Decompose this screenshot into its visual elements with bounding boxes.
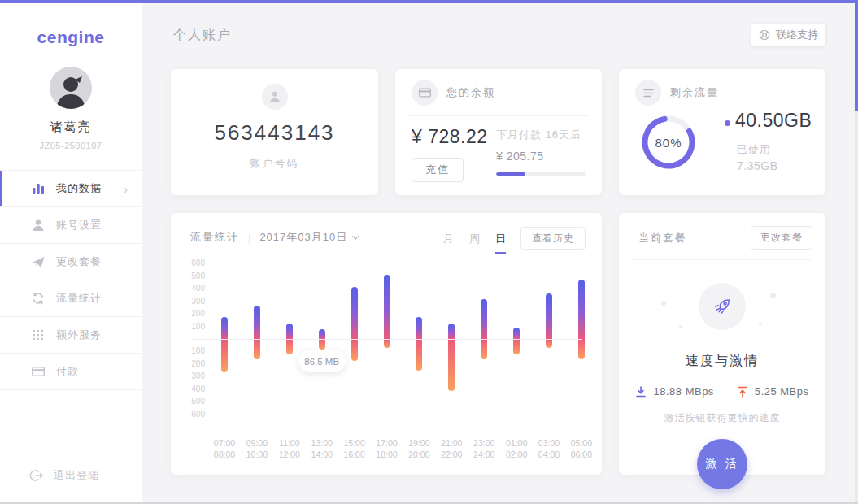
sidebar-item-traffic-stats[interactable]: 流量统计 (0, 280, 142, 317)
chart-bar-up[interactable] (546, 293, 552, 339)
data-remaining-value: 40.50GB (735, 110, 812, 132)
sidebar-item-account-settings[interactable]: 账号设置 (0, 207, 142, 244)
scrollbar-track[interactable] (855, 3, 858, 502)
payment-progress-bar (496, 172, 586, 176)
traffic-chart-card: 流量统计 | 2017年03月10日 月周日 查看历史 86.5 MB 6006… (171, 213, 602, 475)
data-used-label: 已使用 (737, 142, 771, 157)
recharge-button[interactable]: 充值 (412, 158, 464, 182)
chart-bar-down[interactable] (578, 339, 585, 359)
chart-bar-down[interactable] (546, 339, 552, 348)
download-speed: 18.88 MBps (635, 385, 713, 398)
y-axis-tick-upper: 400 (177, 285, 205, 293)
x-axis-label: 15:0016:00 (337, 437, 372, 460)
y-axis-tick-upper: 600 (177, 259, 205, 267)
remaining-data-title: 剩余流量 (670, 85, 719, 100)
upload-speed-value: 5.25 MBps (755, 385, 809, 398)
chart-bar-up[interactable] (481, 299, 487, 339)
paper-plane-icon (31, 254, 46, 269)
y-axis-tick-lower: 300 (177, 372, 205, 380)
chart-bar-up[interactable] (384, 275, 390, 339)
x-axis-label: 19:0020:00 (401, 437, 437, 460)
app-logo: cengine (0, 28, 142, 47)
chart-bar-up[interactable] (221, 317, 228, 339)
sidebar-item-payment[interactable]: 付款 (0, 354, 142, 390)
chart-bar-up[interactable] (513, 328, 520, 339)
list-lines-icon (635, 80, 661, 106)
scrollbar-thumb[interactable] (855, 3, 858, 111)
data-used-value: 7.35GB (737, 159, 777, 172)
sidebar-item-extra-services[interactable]: 额外服务 (0, 317, 142, 354)
plan-divider (632, 259, 812, 260)
chart-bar-down[interactable] (254, 339, 260, 359)
sidebar-item-label: 更改套餐 (56, 254, 102, 269)
avatar[interactable] (50, 67, 92, 109)
sidebar: cengine 诸葛亮 JZ05-2500107 我的数据 › (0, 3, 142, 502)
chart-plot: 86.5 MB 60060050050040040030030020020010… (171, 213, 602, 475)
chart-bar-down[interactable] (286, 339, 293, 354)
chart-bar-up[interactable] (416, 317, 422, 339)
chart-bar-up[interactable] (351, 287, 358, 339)
y-axis-tick-lower: 500 (177, 398, 205, 406)
account-number-card: 563443143 账户号码 (171, 69, 378, 195)
x-axis-label: 21:0022:00 (433, 437, 469, 460)
chart-bar-down[interactable] (319, 339, 325, 350)
sidebar-item-label: 额外服务 (56, 328, 102, 342)
decor-dot (679, 325, 682, 328)
decor-dot (661, 301, 666, 306)
purple-dot-icon (725, 120, 730, 126)
x-axis-label: 05:0006:00 (564, 437, 599, 460)
payment-progress-fill (496, 172, 525, 176)
support-button[interactable]: 联络支持 (751, 24, 825, 46)
sidebar-item-label: 账号设置 (56, 218, 102, 232)
sidebar-item-change-plan[interactable]: 更改套餐 (0, 244, 142, 280)
data-percent: 80% (639, 113, 698, 172)
chart-bar-up[interactable] (578, 280, 585, 339)
credit-card-icon (31, 364, 46, 379)
logout-button[interactable]: 退出登陆 (29, 468, 99, 483)
chart-bar-down[interactable] (513, 339, 520, 354)
lifebuoy-icon (759, 29, 770, 41)
data-donut-chart: 80% (639, 113, 698, 172)
chart-tooltip: 86.5 MB (298, 350, 346, 372)
chart-bar-down[interactable] (384, 339, 390, 348)
sidebar-item-label: 流量统计 (56, 291, 102, 306)
balance-card: 您的余额 ¥ 728.22 充值 下月付款 16天后 ¥ 205.75 (395, 69, 602, 195)
activate-button[interactable]: 激 活 (697, 439, 747, 489)
next-payment-line: 下月付款 16天后 (496, 128, 586, 142)
chart-bar-up[interactable] (254, 306, 260, 339)
upload-icon (737, 386, 748, 398)
current-plan-card: 当前套餐 更改套餐 速度与激情 18.88 MBps (619, 213, 825, 475)
x-axis-label: 13:0014:00 (304, 437, 340, 460)
next-payment-amount: ¥ 205.75 (496, 150, 586, 163)
user-icon (31, 218, 46, 232)
x-axis-label: 07:0008:00 (207, 437, 242, 460)
x-axis-label: 01:0002:00 (499, 437, 534, 460)
rocket-icon (712, 297, 732, 316)
chart-bar-down[interactable] (351, 339, 358, 361)
sidebar-item-my-data[interactable]: 我的数据 › (0, 171, 142, 207)
decor-dot (770, 293, 776, 298)
user-id: JZ05-2500107 (0, 141, 142, 150)
plan-illustration (619, 268, 825, 346)
support-label: 联络支持 (776, 28, 818, 42)
chart-bar-down[interactable] (416, 339, 422, 371)
chart-bar-down[interactable] (481, 339, 487, 359)
account-number: 563443143 (171, 120, 378, 146)
chart-bar-down[interactable] (448, 339, 455, 391)
download-icon (635, 386, 647, 398)
plan-title: 当前套餐 (638, 231, 687, 245)
change-plan-button[interactable]: 更改套餐 (751, 226, 812, 250)
chart-bar-up[interactable] (319, 329, 325, 339)
decor-dot (759, 322, 762, 325)
x-axis-label: 03:0004:00 (531, 437, 567, 460)
plan-hint: 激活按钮获得更快的速度 (619, 411, 825, 425)
chart-bar-down[interactable] (221, 339, 228, 372)
chart-bar-up[interactable] (286, 324, 293, 339)
x-axis-label: 17:0018:00 (369, 437, 405, 460)
sidebar-item-label: 付款 (56, 364, 79, 379)
top-accent-bar (0, 0, 858, 3)
chart-bar-up[interactable] (448, 324, 455, 339)
y-axis-tick-lower: 400 (177, 385, 205, 393)
grid-dots-icon (31, 328, 46, 342)
chart-zero-axis (192, 339, 582, 340)
